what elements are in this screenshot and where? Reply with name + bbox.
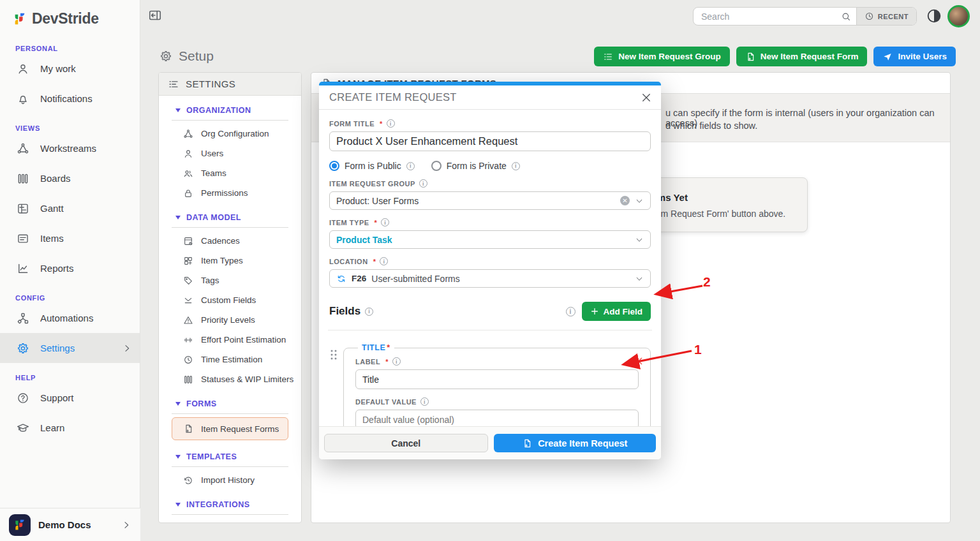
clear-selection-icon[interactable]: ✕ [620, 196, 630, 205]
collapse-triangle-icon [175, 216, 181, 219]
workstream-cycle-icon [336, 274, 346, 284]
search-box[interactable] [694, 8, 856, 25]
sidebar-item-workstreams[interactable]: Workstreams [0, 133, 140, 163]
settings-nav-item-import-history[interactable]: Import History [159, 470, 301, 490]
info-icon[interactable]: i [512, 162, 520, 170]
settings-nav-item-statuses-wip-limiters[interactable]: Statuses & WIP Limiters [159, 369, 301, 389]
sidebar-item-settings[interactable]: Settings [0, 333, 140, 363]
settings-section-templates[interactable]: TEMPLATES [159, 442, 301, 464]
sidebar-item-boards[interactable]: Boards [0, 163, 140, 193]
brand-logo[interactable]: DevStride [0, 0, 140, 34]
info-icon[interactable]: i [387, 119, 395, 128]
settings-nav-item-credentials[interactable]: Credentials [159, 518, 301, 523]
divider [172, 120, 288, 121]
visibility-radio-row: Form is Public i Form is Private i [329, 161, 651, 171]
label-input[interactable] [355, 369, 639, 389]
invite-users-button[interactable]: Invite Users [873, 47, 956, 66]
info-icon[interactable]: i [566, 307, 575, 316]
page-title: Setup [179, 48, 214, 64]
new-item-request-form-button[interactable]: New Item Request Form [736, 47, 868, 66]
modal-title: CREATE ITEM REQUEST [329, 91, 457, 103]
settings-nav-item-users[interactable]: Users [159, 144, 301, 163]
search-input[interactable] [701, 11, 836, 22]
user-avatar[interactable] [947, 5, 970, 27]
bell-icon [17, 93, 29, 105]
settings-nav-item-org-configuration[interactable]: Org Configuration [159, 124, 301, 144]
sidebar-item-label: Notifications [40, 93, 93, 104]
info-icon[interactable]: i [420, 397, 429, 406]
sidebar-item-learn[interactable]: Learn [0, 413, 140, 443]
info-icon[interactable]: i [380, 257, 388, 265]
info-icon[interactable]: i [381, 218, 389, 226]
sidebar-item-notifications[interactable]: Notifications [0, 84, 140, 114]
sidebar-section-help: HELP [0, 363, 140, 383]
info-icon[interactable]: i [419, 179, 427, 188]
page-header: Setup [160, 48, 214, 64]
location-code: F26 [352, 274, 366, 283]
sidebar: DevStride PERSONAL My work Notifications… [0, 0, 140, 541]
location-select[interactable]: F26 User-submitted Forms [329, 269, 651, 288]
sidebar-item-label: Gantt [40, 203, 64, 214]
item-type-select[interactable]: Product Task [329, 230, 651, 249]
cancel-button[interactable]: Cancel [324, 434, 488, 452]
empty-card-text: Item Request Form' button above. [651, 209, 785, 219]
items-icon [17, 232, 29, 245]
help-icon [17, 392, 29, 404]
new-item-request-group-button[interactable]: New Item Request Group [594, 47, 730, 66]
radio-label: Form is Public [345, 161, 401, 171]
settings-nav-item-effort-point-estimation[interactable]: Effort Point Estimation [159, 330, 301, 350]
item-request-group-label-row: ITEM REQUEST GROUP i [329, 179, 651, 188]
settings-nav-item-permissions[interactable]: Permissions [159, 183, 301, 203]
settings-nav-item-priority-levels[interactable]: Priority Levels [159, 310, 301, 330]
settings-nav-item-cadences[interactable]: Cadences [159, 231, 301, 251]
settings-nav-item-item-request-forms[interactable]: Item Request Forms [172, 417, 288, 440]
reports-icon [17, 262, 29, 275]
theme-toggle[interactable] [926, 8, 942, 27]
label-label-row: LABEL* i [355, 357, 639, 366]
add-field-button[interactable]: Add Field [582, 302, 651, 321]
sidebar-item-my-work[interactable]: My work [0, 54, 140, 84]
settings-section-forms[interactable]: FORMS [159, 389, 301, 411]
sidebar-item-label: Settings [40, 343, 75, 353]
item-request-group-select[interactable]: Product: User Forms ✕ [329, 191, 651, 210]
lock-icon [183, 188, 193, 198]
form-public-radio[interactable]: Form is Public i [329, 161, 415, 171]
close-icon[interactable] [641, 92, 652, 103]
sidebar-item-items[interactable]: Items [0, 223, 140, 253]
nav-item-label: Cadences [201, 236, 240, 246]
collapse-panel-icon [148, 8, 162, 22]
workspace-name: Demo Docs [38, 519, 114, 530]
settings-nav-item-tags[interactable]: Tags [159, 270, 301, 290]
recent-button[interactable]: RECENT [856, 8, 916, 25]
sidebar-item-automations[interactable]: Automations [0, 303, 140, 333]
settings-nav-item-item-types[interactable]: Item Types [159, 251, 301, 270]
settings-nav-item-custom-fields[interactable]: Custom Fields [159, 290, 301, 310]
info-icon[interactable]: i [365, 308, 373, 316]
info-icon[interactable]: i [406, 162, 415, 170]
info-icon[interactable]: i [392, 357, 401, 366]
key-icon [183, 523, 193, 524]
workspace-switcher[interactable]: Demo Docs [0, 508, 140, 541]
settings-nav-item-time-estimation[interactable]: Time Estimation [159, 350, 301, 369]
settings-section-data-model[interactable]: DATA MODEL [159, 203, 301, 225]
form-title-input[interactable] [329, 131, 651, 151]
list-icon [603, 52, 613, 62]
settings-section-integrations[interactable]: INTEGRATIONS [159, 490, 301, 512]
cadence-icon [183, 236, 193, 246]
sidebar-section-views: VIEWS [0, 114, 140, 133]
custom-fields-icon [183, 295, 193, 306]
settings-section-organization[interactable]: ORGANIZATION [159, 96, 301, 118]
section-label: INTEGRATIONS [186, 500, 250, 509]
collapse-sidebar-button[interactable] [148, 8, 162, 25]
settings-nav-item-teams[interactable]: Teams [159, 163, 301, 183]
columns-icon [183, 374, 193, 385]
annotation-arrow-1 [612, 341, 702, 374]
modal-header: CREATE ITEM REQUEST [319, 85, 661, 110]
nav-item-label: Custom Fields [201, 295, 256, 305]
sidebar-item-gantt[interactable]: Gantt [0, 193, 140, 223]
form-private-radio[interactable]: Form is Private i [431, 161, 520, 171]
create-item-request-button[interactable]: Create Item Request [494, 434, 657, 452]
nav-item-label: Teams [201, 168, 226, 178]
sidebar-item-support[interactable]: Support [0, 383, 140, 413]
sidebar-item-reports[interactable]: Reports [0, 253, 140, 283]
